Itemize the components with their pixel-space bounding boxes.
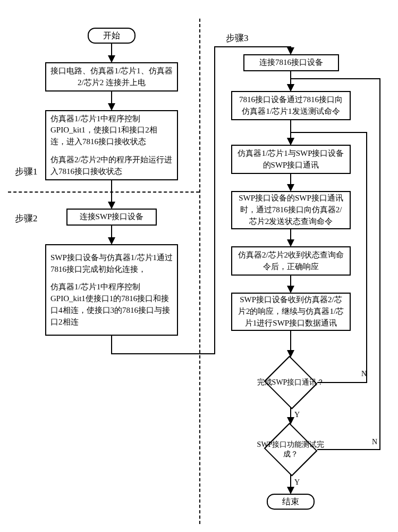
box-connect-swp: 连接SWP接口设备 bbox=[66, 209, 157, 226]
decision-swp-done: 完成SWP接口通讯？ bbox=[273, 364, 309, 401]
d1-y-label: Y bbox=[294, 411, 300, 419]
box-gpio-text-a: 仿真器1/芯片1中程序控制GPIO_kit1，使接口1和接口2相连，进入7816… bbox=[50, 113, 173, 148]
box-init-connect-text: 接口电路、仿真器1/芯片1、仿真器2/芯片2 连接并上电 bbox=[50, 65, 173, 89]
box-response: 仿真器2/芯片2收到状态查询命令后，正确响应 bbox=[231, 246, 351, 276]
end-text: 结束 bbox=[282, 496, 299, 508]
box-swp-init: SWP接口设备与仿真器1/芯片1通过7816接口完成初始化连接， 仿真器1/芯片… bbox=[45, 244, 178, 336]
decision-test-done-text: SWP接口功能测试完成？ bbox=[257, 431, 325, 468]
start-terminal: 开始 bbox=[88, 28, 136, 44]
box-connect-7816: 连接7816接口设备 bbox=[243, 54, 339, 71]
box-continue-comm-text: SWP接口设备收到仿真器2/芯片2的响应，继续与仿真器1/芯片1进行SWP接口数… bbox=[236, 294, 345, 329]
box-gpio-text-b: 仿真器2/芯片2中的程序开始运行进入7816接口接收状态 bbox=[50, 154, 173, 178]
box-query-cmd: SWP接口设备的SWP接口通讯时，通过7816接口向仿真器2/芯片2发送状态查询… bbox=[231, 191, 351, 229]
box-connect-swp-text: 连接SWP接口设备 bbox=[80, 211, 144, 223]
d2-y-label: Y bbox=[294, 478, 300, 487]
vertical-divider bbox=[199, 19, 200, 524]
box-7816-test-cmd: 7816接口设备通过7816接口向仿真器1/芯片1发送测试命令 bbox=[231, 91, 351, 120]
box-query-cmd-text: SWP接口设备的SWP接口通讯时，通过7816接口向仿真器2/芯片2发送状态查询… bbox=[236, 193, 345, 227]
box-7816-test-cmd-text: 7816接口设备通过7816接口向仿真器1/芯片1发送测试命令 bbox=[236, 94, 345, 118]
end-terminal: 结束 bbox=[267, 494, 315, 510]
step1-label: 步骤1 bbox=[15, 165, 38, 178]
box-swp-init-text-b: 仿真器1/芯片1中程序控制GPIO_kit1使接口1的7816接口和接口4相连，… bbox=[50, 281, 173, 328]
box-gpio-config: 仿真器1/芯片1中程序控制GPIO_kit1，使接口1和接口2相连，进入7816… bbox=[45, 110, 178, 180]
box-swp-comm: 仿真器1/芯片1与SWP接口设备的SWP接口通讯 bbox=[231, 145, 351, 174]
box-response-text: 仿真器2/芯片2收到状态查询命令后，正确响应 bbox=[236, 250, 345, 273]
box-init-connect: 接口电路、仿真器1/芯片1、仿真器2/芯片2 连接并上电 bbox=[45, 62, 178, 92]
step2-label: 步骤2 bbox=[15, 212, 38, 225]
decision-test-done: SWP接口功能测试完成？ bbox=[273, 431, 309, 468]
horizontal-divider bbox=[8, 192, 199, 193]
box-continue-comm: SWP接口设备收到仿真器2/芯片2的响应，继续与仿真器1/芯片1进行SWP接口数… bbox=[231, 293, 351, 331]
d1-n-label: N bbox=[361, 370, 367, 378]
step3-label: 步骤3 bbox=[226, 32, 249, 44]
d2-n-label: N bbox=[372, 438, 377, 446]
decision-swp-done-text: 完成SWP接口通讯？ bbox=[257, 364, 325, 401]
box-connect-7816-text: 连接7816接口设备 bbox=[259, 57, 323, 69]
box-swp-comm-text: 仿真器1/芯片1与SWP接口设备的SWP接口通讯 bbox=[236, 148, 345, 171]
start-text: 开始 bbox=[103, 30, 120, 41]
box-swp-init-text-a: SWP接口设备与仿真器1/芯片1通过7816接口完成初始化连接， bbox=[50, 252, 173, 276]
